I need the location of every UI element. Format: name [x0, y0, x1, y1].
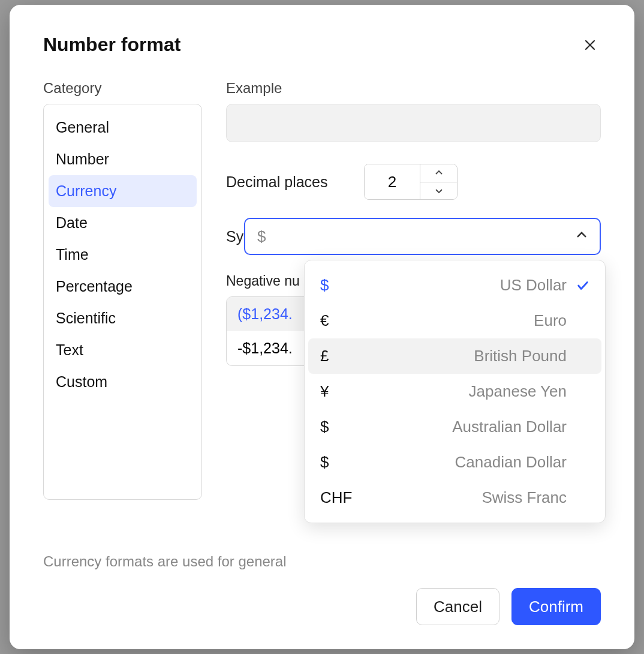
decimal-decrement-button[interactable] [420, 182, 457, 200]
category-item-custom[interactable]: Custom [49, 366, 197, 398]
chevron-up-icon [435, 170, 443, 176]
symbol-select[interactable]: $ [244, 218, 601, 255]
symbol-option[interactable]: $Australian Dollar [308, 409, 601, 445]
decimal-places-input[interactable] [365, 164, 420, 199]
confirm-button[interactable]: Confirm [511, 588, 601, 625]
symbol-option[interactable]: $Canadian Dollar [308, 445, 601, 480]
category-item-general[interactable]: General [49, 112, 197, 143]
symbol-option-name: British Pound [356, 347, 567, 365]
decimal-places-label: Decimal places [226, 173, 364, 191]
symbol-option[interactable]: €Euro [308, 303, 601, 338]
modal-title: Number format [43, 34, 180, 56]
chevron-up-icon [576, 231, 588, 242]
category-item-percentage[interactable]: Percentage [49, 271, 197, 302]
category-item-text[interactable]: Text [49, 334, 197, 366]
close-icon [583, 37, 597, 53]
category-item-currency[interactable]: Currency [49, 175, 197, 207]
symbol-option[interactable]: ¥Japanese Yen [308, 374, 601, 409]
symbol-option-name: US Dollar [356, 276, 567, 295]
decimal-places-stepper [364, 164, 458, 200]
symbol-option-name: Euro [356, 311, 567, 330]
symbol-dropdown: $US Dollar€Euro£British Pound¥Japanese Y… [304, 260, 606, 523]
category-label: Category [43, 80, 202, 97]
symbol-option-name: Swiss Franc [356, 488, 567, 507]
symbol-option-symbol: ¥ [320, 382, 356, 401]
example-output [226, 104, 601, 142]
category-list: GeneralNumberCurrencyDateTimePercentageS… [43, 104, 202, 500]
category-item-scientific[interactable]: Scientific [49, 302, 197, 334]
cancel-button[interactable]: Cancel [416, 588, 499, 625]
symbol-option-name: Australian Dollar [356, 418, 567, 436]
check-icon [575, 279, 589, 292]
symbol-option-symbol: $ [320, 453, 356, 472]
category-description: Currency formats are used for general [43, 553, 601, 570]
symbol-option-symbol: $ [320, 418, 356, 436]
symbol-option-name: Canadian Dollar [356, 453, 567, 472]
example-label: Example [226, 80, 601, 97]
symbol-option[interactable]: $US Dollar [308, 268, 601, 303]
symbol-option-symbol: € [320, 311, 356, 330]
category-item-date[interactable]: Date [49, 207, 197, 239]
close-button[interactable] [579, 34, 601, 56]
category-item-time[interactable]: Time [49, 239, 197, 271]
symbol-option-symbol: CHF [320, 488, 356, 507]
decimal-increment-button[interactable] [420, 164, 457, 182]
symbol-option-symbol: $ [320, 276, 356, 295]
modal-header: Number format [43, 34, 601, 56]
symbol-option-name: Japanese Yen [356, 382, 567, 401]
symbol-option[interactable]: £British Pound [308, 338, 601, 374]
chevron-down-icon [435, 188, 443, 194]
symbol-select-value: $ [257, 227, 266, 246]
number-format-modal: Number format Category GeneralNumberCurr… [10, 5, 634, 649]
symbol-option[interactable]: CHFSwiss Franc [308, 480, 601, 515]
symbol-option-symbol: £ [320, 347, 356, 365]
category-item-number[interactable]: Number [49, 143, 197, 175]
